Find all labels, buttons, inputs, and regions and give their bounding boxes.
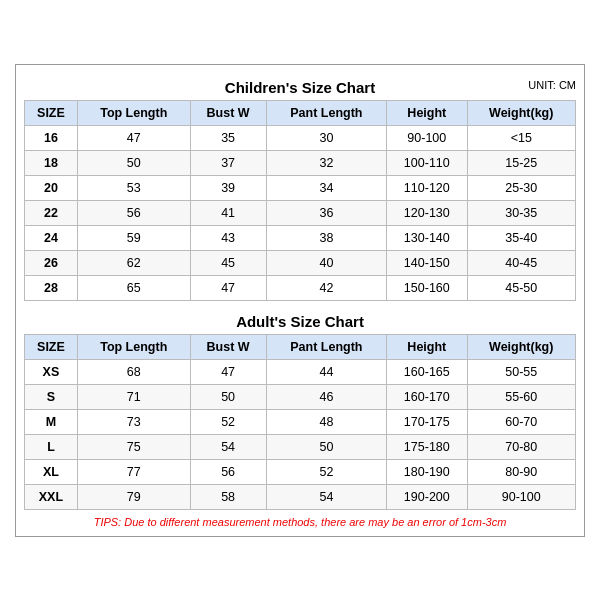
adults-col-top-length: Top Length xyxy=(77,334,190,359)
children-table: SIZE Top Length Bust W Pant Length Heigh… xyxy=(24,100,576,301)
table-row: XL775652180-19080-90 xyxy=(25,459,576,484)
table-row: S715046160-17055-60 xyxy=(25,384,576,409)
children-col-top-length: Top Length xyxy=(77,100,190,125)
chart-container: Children's Size Chart UNIT: CM SIZE Top … xyxy=(15,64,585,537)
table-row: 26624540140-15040-45 xyxy=(25,250,576,275)
children-col-bust-w: Bust W xyxy=(190,100,266,125)
adults-col-weight: Weight(kg) xyxy=(467,334,576,359)
children-title-text: Children's Size Chart xyxy=(225,79,375,96)
adults-title-text: Adult's Size Chart xyxy=(236,313,364,330)
table-row: L755450175-18070-80 xyxy=(25,434,576,459)
adults-col-bust-w: Bust W xyxy=(190,334,266,359)
tips-text: TIPS: Due to different measurement metho… xyxy=(24,516,576,528)
unit-label: UNIT: CM xyxy=(528,79,576,91)
table-row: 28654742150-16045-50 xyxy=(25,275,576,300)
table-row: 18503732100-11015-25 xyxy=(25,150,576,175)
children-col-weight: Weight(kg) xyxy=(467,100,576,125)
table-row: XS684744160-16550-55 xyxy=(25,359,576,384)
adults-table: SIZE Top Length Bust W Pant Length Heigh… xyxy=(24,334,576,510)
table-row: 24594338130-14035-40 xyxy=(25,225,576,250)
table-row: M735248170-17560-70 xyxy=(25,409,576,434)
children-col-height: Height xyxy=(387,100,467,125)
table-row: 22564136120-13030-35 xyxy=(25,200,576,225)
adults-col-height: Height xyxy=(387,334,467,359)
table-row: 1647353090-100<15 xyxy=(25,125,576,150)
children-header-row: SIZE Top Length Bust W Pant Length Heigh… xyxy=(25,100,576,125)
adults-header-row: SIZE Top Length Bust W Pant Length Heigh… xyxy=(25,334,576,359)
children-title: Children's Size Chart UNIT: CM xyxy=(24,73,576,100)
adults-title: Adult's Size Chart xyxy=(24,307,576,334)
adults-col-size: SIZE xyxy=(25,334,78,359)
adults-col-pant-length: Pant Length xyxy=(266,334,386,359)
table-row: XXL795854190-20090-100 xyxy=(25,484,576,509)
children-col-pant-length: Pant Length xyxy=(266,100,386,125)
table-row: 20533934110-12025-30 xyxy=(25,175,576,200)
children-col-size: SIZE xyxy=(25,100,78,125)
